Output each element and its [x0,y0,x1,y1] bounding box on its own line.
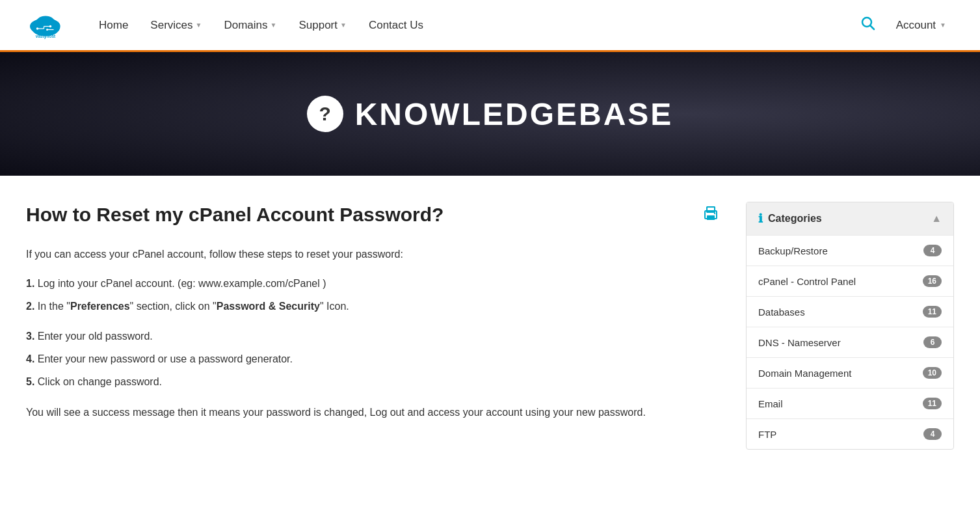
main-nav: Home Services ▼ Domains ▼ Support ▼ Cont… [91,14,861,37]
step-5-text: Click on change password. [38,376,162,387]
category-badge: 11 [923,398,942,409]
category-item-backup[interactable]: Backup/Restore 4 [747,235,953,266]
category-badge: 10 [923,367,942,379]
hero-banner: ? KNOWLEDGEBASE [0,52,980,176]
category-badge: 6 [923,336,942,348]
steps-group-2: 3. Enter your old password. 4. Enter you… [26,327,720,391]
info-icon: ℹ [758,211,763,226]
categories-label: Categories [768,213,822,225]
search-icon [861,16,875,31]
sidebar: ℹ Categories ▲ Backup/Restore 4 cPanel -… [746,202,954,450]
main-content: How to Reset my cPanel Account Password?… [0,176,980,476]
nav-contact[interactable]: Contact Us [361,14,431,37]
svg-point-8 [36,27,39,30]
step-5: 5. Click on change password. [26,373,720,392]
step-4-num: 4. [26,353,34,364]
category-item-cpanel[interactable]: cPanel - Control Panel 16 [747,266,953,296]
nav-support[interactable]: Support ▼ [291,14,354,37]
category-label: Domain Management [758,368,851,379]
nav-services[interactable]: Services ▼ [142,14,209,37]
svg-line-13 [870,25,874,29]
category-badge: 4 [923,428,942,440]
step-5-num: 5. [26,376,34,387]
category-label: Email [758,398,783,409]
step-4: 4. Enter your new password or use a pass… [26,350,720,369]
chevron-down-icon: ▼ [340,21,347,29]
category-label: Backup/Restore [758,245,828,256]
step-1-text: Log into your cPanel account. (eg: www.e… [38,278,326,289]
svg-point-3 [36,16,55,30]
search-button[interactable] [861,16,875,34]
hero-content: ? KNOWLEDGEBASE [307,96,674,132]
article-body: If you can access your cPanel account, f… [26,245,720,422]
step-3: 3. Enter your old password. [26,327,720,346]
step-2-text2: " section, click on " [130,301,217,312]
step-3-text: Enter your old password. [38,331,153,342]
step-4-text: Enter your new password or use a passwor… [38,353,293,364]
step-3-num: 3. [26,331,34,342]
categories-box: ℹ Categories ▲ Backup/Restore 4 cPanel -… [746,202,954,450]
step-2-text3: " Icon. [320,301,349,312]
category-label: Databases [758,307,805,318]
article-intro: If you can access your cPanel account, f… [26,245,720,264]
categories-header: ℹ Categories ▲ [747,202,953,235]
steps-group-1: 1. Log into your cPanel account. (eg: ww… [26,275,720,316]
category-item-ftp[interactable]: FTP 4 [747,418,953,449]
category-label: FTP [758,429,776,440]
print-button[interactable] [702,204,720,227]
category-label: DNS - Nameserver [758,337,841,348]
article-header: How to Reset my cPanel Account Password? [26,202,720,227]
step-2-num: 2. [26,301,34,312]
knowledgebase-icon: ? [307,96,343,132]
step-2: 2. In the "Preferences" section, click o… [26,297,720,316]
category-item-databases[interactable]: Databases 11 [747,296,953,327]
step-1: 1. Log into your cPanel account. (eg: ww… [26,275,720,293]
chevron-down-icon: ▼ [196,21,202,29]
header-right: Account ▼ [861,14,954,37]
category-badge: 11 [923,306,942,318]
category-item-dns[interactable]: DNS - Nameserver 6 [747,327,953,357]
nav-domains[interactable]: Domains ▼ [216,14,284,37]
categories-header-left: ℹ Categories [758,211,822,226]
svg-rect-15 [707,215,715,220]
svg-point-10 [46,29,48,31]
svg-point-7 [49,25,52,27]
category-badge: 16 [923,275,942,287]
category-badge: 4 [923,245,942,256]
chevron-down-icon: ▼ [940,21,946,29]
chevron-down-icon: ▼ [271,21,277,29]
step-2-bold1: Preferences [70,301,130,312]
account-button[interactable]: Account ▼ [888,14,954,37]
step-2-bold2: Password & Security [217,301,320,312]
article-conclusion: You will see a success message then it m… [26,403,720,422]
header: vastyhost Home Services ▼ Domains ▼ Supp… [0,0,980,52]
category-label: cPanel - Control Panel [758,276,856,287]
chevron-up-icon[interactable]: ▲ [931,213,942,225]
logo[interactable]: vastyhost [26,9,65,42]
category-item-email[interactable]: Email 11 [747,388,953,418]
svg-point-17 [714,213,715,214]
print-icon [702,204,720,223]
step-2-text: In the " [38,301,70,312]
nav-home[interactable]: Home [91,14,136,37]
hero-title: KNOWLEDGEBASE [355,96,674,132]
category-item-domain[interactable]: Domain Management 10 [747,357,953,388]
svg-text:vastyhost: vastyhost [36,33,56,38]
article: How to Reset my cPanel Account Password?… [26,202,720,450]
step-1-num: 1. [26,278,34,289]
article-title: How to Reset my cPanel Account Password? [26,202,444,227]
